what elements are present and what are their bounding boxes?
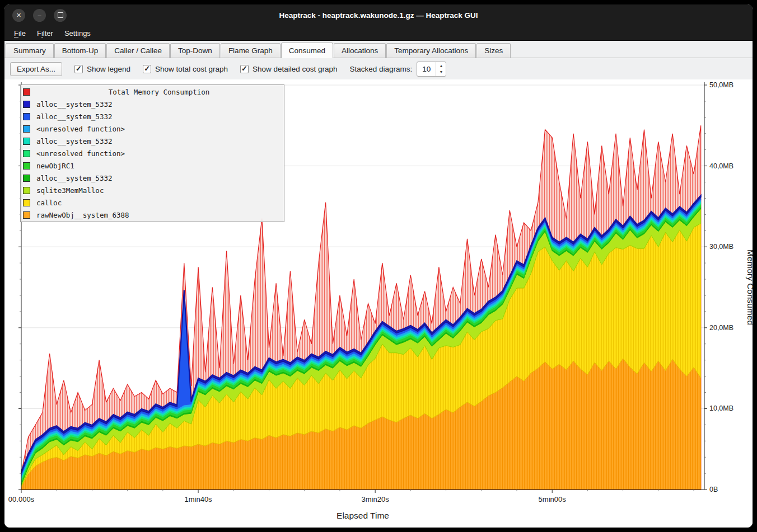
- legend-label: sqlite3MemMalloc: [36, 186, 104, 195]
- legend-swatch: [23, 101, 30, 108]
- legend-item: <unresolved function>: [21, 123, 284, 135]
- legend-label: alloc__system_5332: [36, 137, 112, 145]
- legend-item: sqlite3MemMalloc: [21, 184, 284, 196]
- legend-item: <unresolved function>: [21, 147, 284, 159]
- legend-item: alloc__system_5332: [21, 110, 284, 123]
- stacked-diagrams-spinbox[interactable]: 10 ▲ ▼: [417, 62, 446, 77]
- tab-allocations[interactable]: Allocations: [334, 43, 386, 58]
- show-legend-label: Show legend: [87, 65, 130, 73]
- legend-label: <unresolved function>: [36, 125, 125, 133]
- legend-label: calloc: [36, 199, 62, 207]
- legend-item: alloc__system_5332: [21, 135, 284, 147]
- legend-swatch: [23, 113, 30, 120]
- legend-swatch: [23, 187, 30, 194]
- show-legend-checkbox[interactable]: [74, 65, 83, 73]
- tab-top-down[interactable]: Top-Down: [170, 43, 220, 58]
- tab-caller-callee[interactable]: Caller / Callee: [106, 43, 170, 58]
- window-controls: ✕ –: [12, 4, 67, 26]
- legend-item: newObjRC1: [21, 159, 284, 172]
- window-title: Heaptrack - heaptrack.wakunode.1.gz — He…: [279, 11, 478, 20]
- stacked-diagrams-group: Stacked diagrams: 10 ▲ ▼: [350, 62, 447, 77]
- menu-file[interactable]: File: [9, 27, 31, 39]
- y-axis-title: Memory Consumed: [746, 249, 753, 325]
- axis-tick-label: 1min40s: [184, 495, 212, 503]
- legend-swatch: [23, 175, 30, 182]
- legend-label: newObjRC1: [36, 162, 74, 170]
- spin-buttons: ▲ ▼: [436, 62, 446, 76]
- tab-sizes[interactable]: Sizes: [476, 43, 511, 58]
- legend-rows: alloc__system_5332alloc__system_5332<unr…: [21, 98, 284, 221]
- legend-title-swatch: [23, 88, 30, 96]
- chart-area: 0B10,0MB20,0MB30,0MB40,0MB50,0MB00.000s1…: [4, 79, 753, 528]
- legend-item: calloc: [21, 196, 284, 209]
- minimize-button[interactable]: –: [33, 9, 46, 22]
- legend-swatch: [23, 162, 30, 170]
- show-total-cost-checkbox[interactable]: [143, 65, 151, 73]
- maximize-button[interactable]: [54, 9, 67, 22]
- show-detailed-cost-label: Show detailed cost graph: [253, 65, 338, 73]
- axis-tick-label: 0B: [709, 486, 718, 493]
- show-total-cost-group: Show total cost graph: [143, 65, 228, 73]
- menu-settings[interactable]: Settings: [59, 27, 96, 39]
- legend-item: alloc__system_5332: [21, 172, 284, 184]
- legend-label: alloc__system_5332: [36, 112, 112, 121]
- legend-swatch: [23, 199, 30, 206]
- legend-label: alloc__system_5332: [36, 100, 112, 109]
- tab-temporary-allocations[interactable]: Temporary Allocations: [386, 43, 476, 58]
- legend-label: <unresolved function>: [36, 149, 125, 158]
- legend-swatch: [23, 211, 30, 219]
- legend-label: rawNewObj__system_6388: [36, 211, 129, 219]
- tab-consumed[interactable]: Consumed: [281, 43, 333, 58]
- show-detailed-cost-checkbox[interactable]: [240, 65, 249, 73]
- show-detailed-cost-group: Show detailed cost graph: [240, 65, 338, 73]
- export-as-button[interactable]: Export As...: [10, 62, 62, 76]
- close-button[interactable]: ✕: [12, 9, 25, 22]
- toolbar: Export As... Show legend Show total cost…: [4, 58, 753, 79]
- show-total-cost-label: Show total cost graph: [155, 65, 228, 73]
- axis-tick-label: 20,0MB: [709, 324, 733, 332]
- axis-tick-label: 5min00s: [539, 495, 567, 503]
- heaptrack-window: ✕ – Heaptrack - heaptrack.wakunode.1.gz …: [4, 4, 753, 528]
- axis-tick-label: 40,0MB: [709, 162, 733, 170]
- legend-title-row: Total Memory Consumption: [21, 86, 284, 98]
- tab-bottom-up[interactable]: Bottom-Up: [54, 43, 106, 58]
- axis-tick-label: 00.000s: [8, 495, 35, 503]
- axis-tick-label: 50,0MB: [709, 81, 733, 89]
- legend-swatch: [23, 138, 30, 145]
- x-axis-title: Elapsed Time: [337, 511, 389, 520]
- legend-swatch: [23, 150, 30, 157]
- spin-up-icon[interactable]: ▲: [436, 63, 446, 69]
- legend-swatch: [23, 125, 30, 133]
- titlebar[interactable]: ✕ – Heaptrack - heaptrack.wakunode.1.gz …: [4, 4, 753, 26]
- stacked-diagrams-value[interactable]: 10: [417, 62, 436, 76]
- menu-filter[interactable]: Filter: [32, 27, 58, 39]
- legend-label: alloc__system_5332: [36, 174, 112, 182]
- chart-legend: Total Memory Consumption alloc__system_5…: [20, 84, 284, 222]
- stacked-diagrams-label: Stacked diagrams:: [350, 65, 413, 73]
- legend-item: rawNewObj__system_6388: [21, 209, 284, 221]
- axis-tick-label: 30,0MB: [709, 243, 733, 251]
- spin-down-icon[interactable]: ▼: [436, 69, 446, 75]
- show-legend-group: Show legend: [74, 65, 130, 73]
- legend-item: alloc__system_5332: [21, 98, 284, 110]
- maximize-icon: [58, 12, 63, 18]
- axis-tick-label: 10,0MB: [709, 404, 733, 412]
- desktop-screen: ✕ – Heaptrack - heaptrack.wakunode.1.gz …: [0, 0, 757, 532]
- tabbar: Summary Bottom-Up Caller / Callee Top-Do…: [4, 41, 753, 58]
- legend-title: Total Memory Consumption: [36, 88, 282, 96]
- axis-tick-label: 3min20s: [362, 495, 390, 503]
- menubar: File Filter Settings: [4, 26, 753, 41]
- tab-flame-graph[interactable]: Flame Graph: [221, 43, 281, 58]
- tab-summary[interactable]: Summary: [6, 43, 54, 58]
